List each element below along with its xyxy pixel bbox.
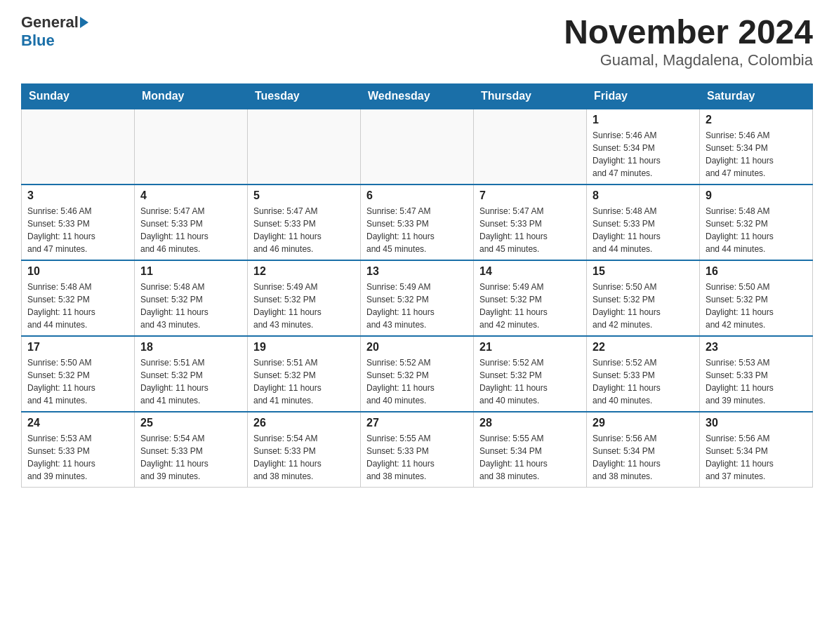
day-number: 30 (706, 417, 807, 429)
calendar-cell: 15Sunrise: 5:50 AM Sunset: 5:32 PM Dayli… (587, 260, 700, 336)
calendar-table: SundayMondayTuesdayWednesdayThursdayFrid… (21, 83, 813, 488)
calendar-cell: 30Sunrise: 5:56 AM Sunset: 5:34 PM Dayli… (700, 412, 813, 488)
calendar-cell: 7Sunrise: 5:47 AM Sunset: 5:33 PM Daylig… (474, 185, 587, 260)
calendar-cell: 1Sunrise: 5:46 AM Sunset: 5:34 PM Daylig… (587, 109, 700, 185)
day-number: 16 (706, 265, 807, 278)
calendar-header-thursday: Thursday (474, 83, 587, 109)
sun-info: Sunrise: 5:51 AM Sunset: 5:32 PM Dayligh… (140, 356, 241, 407)
calendar-cell: 23Sunrise: 5:53 AM Sunset: 5:33 PM Dayli… (700, 336, 813, 412)
calendar-week-row: 1Sunrise: 5:46 AM Sunset: 5:34 PM Daylig… (22, 109, 813, 185)
sun-info: Sunrise: 5:48 AM Sunset: 5:32 PM Dayligh… (27, 281, 128, 331)
title-block: November 2024 Guamal, Magdalena, Colombi… (564, 14, 813, 69)
sun-info: Sunrise: 5:49 AM Sunset: 5:32 PM Dayligh… (253, 281, 355, 331)
day-number: 4 (140, 189, 241, 202)
day-number: 5 (253, 189, 355, 202)
calendar-cell: 8Sunrise: 5:48 AM Sunset: 5:33 PM Daylig… (587, 185, 700, 260)
day-number: 1 (593, 114, 694, 126)
calendar-cell: 24Sunrise: 5:53 AM Sunset: 5:33 PM Dayli… (22, 412, 135, 488)
day-number: 17 (27, 341, 128, 354)
calendar-cell: 16Sunrise: 5:50 AM Sunset: 5:32 PM Dayli… (700, 260, 813, 336)
calendar-cell (248, 109, 361, 185)
calendar-cell: 9Sunrise: 5:48 AM Sunset: 5:32 PM Daylig… (700, 185, 813, 260)
sun-info: Sunrise: 5:55 AM Sunset: 5:33 PM Dayligh… (366, 432, 468, 483)
sun-info: Sunrise: 5:49 AM Sunset: 5:32 PM Dayligh… (479, 281, 581, 331)
sun-info: Sunrise: 5:54 AM Sunset: 5:33 PM Dayligh… (253, 432, 355, 483)
sun-info: Sunrise: 5:56 AM Sunset: 5:34 PM Dayligh… (593, 432, 694, 483)
day-number: 29 (593, 417, 694, 429)
calendar-header-tuesday: Tuesday (248, 83, 361, 109)
day-number: 15 (593, 265, 694, 278)
calendar-header-monday: Monday (135, 83, 248, 109)
calendar-cell (474, 109, 587, 185)
sun-info: Sunrise: 5:55 AM Sunset: 5:34 PM Dayligh… (479, 432, 581, 483)
sun-info: Sunrise: 5:47 AM Sunset: 5:33 PM Dayligh… (479, 205, 581, 255)
calendar-cell: 17Sunrise: 5:50 AM Sunset: 5:32 PM Dayli… (22, 336, 135, 412)
calendar-title: November 2024 (564, 14, 813, 51)
sun-info: Sunrise: 5:48 AM Sunset: 5:33 PM Dayligh… (593, 205, 694, 255)
calendar-cell: 5Sunrise: 5:47 AM Sunset: 5:33 PM Daylig… (248, 185, 361, 260)
day-number: 12 (253, 265, 355, 278)
calendar-cell: 28Sunrise: 5:55 AM Sunset: 5:34 PM Dayli… (474, 412, 587, 488)
calendar-cell: 20Sunrise: 5:52 AM Sunset: 5:32 PM Dayli… (361, 336, 474, 412)
day-number: 10 (27, 265, 128, 278)
calendar-cell: 14Sunrise: 5:49 AM Sunset: 5:32 PM Dayli… (474, 260, 587, 336)
logo-arrow-icon (80, 17, 88, 28)
day-number: 8 (593, 189, 694, 202)
sun-info: Sunrise: 5:52 AM Sunset: 5:32 PM Dayligh… (479, 356, 581, 407)
calendar-subtitle: Guamal, Magdalena, Colombia (564, 51, 813, 69)
sun-info: Sunrise: 5:53 AM Sunset: 5:33 PM Dayligh… (27, 432, 128, 483)
day-number: 24 (27, 417, 128, 429)
day-number: 23 (706, 341, 807, 354)
sun-info: Sunrise: 5:52 AM Sunset: 5:33 PM Dayligh… (593, 356, 694, 407)
day-number: 11 (140, 265, 241, 278)
calendar-cell (135, 109, 248, 185)
sun-info: Sunrise: 5:50 AM Sunset: 5:32 PM Dayligh… (27, 356, 128, 407)
day-number: 28 (479, 417, 581, 429)
calendar-header-friday: Friday (587, 83, 700, 109)
day-number: 22 (593, 341, 694, 354)
calendar-cell: 25Sunrise: 5:54 AM Sunset: 5:33 PM Dayli… (135, 412, 248, 488)
calendar-week-row: 3Sunrise: 5:46 AM Sunset: 5:33 PM Daylig… (22, 185, 813, 260)
sun-info: Sunrise: 5:47 AM Sunset: 5:33 PM Dayligh… (253, 205, 355, 255)
calendar-cell: 4Sunrise: 5:47 AM Sunset: 5:33 PM Daylig… (135, 185, 248, 260)
calendar-cell: 11Sunrise: 5:48 AM Sunset: 5:32 PM Dayli… (135, 260, 248, 336)
calendar-header-row: SundayMondayTuesdayWednesdayThursdayFrid… (22, 83, 813, 109)
sun-info: Sunrise: 5:46 AM Sunset: 5:34 PM Dayligh… (706, 129, 807, 180)
sun-info: Sunrise: 5:50 AM Sunset: 5:32 PM Dayligh… (706, 281, 807, 331)
sun-info: Sunrise: 5:53 AM Sunset: 5:33 PM Dayligh… (706, 356, 807, 407)
day-number: 26 (253, 417, 355, 429)
logo-general: General (21, 14, 79, 31)
calendar-cell: 21Sunrise: 5:52 AM Sunset: 5:32 PM Dayli… (474, 336, 587, 412)
logo-blue: Blue (21, 32, 55, 49)
sun-info: Sunrise: 5:54 AM Sunset: 5:33 PM Dayligh… (140, 432, 241, 483)
calendar-cell (22, 109, 135, 185)
day-number: 25 (140, 417, 241, 429)
calendar-cell: 12Sunrise: 5:49 AM Sunset: 5:32 PM Dayli… (248, 260, 361, 336)
day-number: 9 (706, 189, 807, 202)
calendar-cell: 22Sunrise: 5:52 AM Sunset: 5:33 PM Dayli… (587, 336, 700, 412)
day-number: 3 (27, 189, 128, 202)
day-number: 18 (140, 341, 241, 354)
sun-info: Sunrise: 5:50 AM Sunset: 5:32 PM Dayligh… (593, 281, 694, 331)
day-number: 27 (366, 417, 468, 429)
sun-info: Sunrise: 5:51 AM Sunset: 5:32 PM Dayligh… (253, 356, 355, 407)
day-number: 13 (366, 265, 468, 278)
calendar-cell: 19Sunrise: 5:51 AM Sunset: 5:32 PM Dayli… (248, 336, 361, 412)
calendar-week-row: 17Sunrise: 5:50 AM Sunset: 5:32 PM Dayli… (22, 336, 813, 412)
day-number: 14 (479, 265, 581, 278)
calendar-header-sunday: Sunday (22, 83, 135, 109)
calendar-cell: 18Sunrise: 5:51 AM Sunset: 5:32 PM Dayli… (135, 336, 248, 412)
calendar-header-saturday: Saturday (700, 83, 813, 109)
sun-info: Sunrise: 5:56 AM Sunset: 5:34 PM Dayligh… (706, 432, 807, 483)
calendar-cell: 13Sunrise: 5:49 AM Sunset: 5:32 PM Dayli… (361, 260, 474, 336)
calendar-cell: 3Sunrise: 5:46 AM Sunset: 5:33 PM Daylig… (22, 185, 135, 260)
calendar-cell: 6Sunrise: 5:47 AM Sunset: 5:33 PM Daylig… (361, 185, 474, 260)
calendar-cell: 27Sunrise: 5:55 AM Sunset: 5:33 PM Dayli… (361, 412, 474, 488)
calendar-week-row: 24Sunrise: 5:53 AM Sunset: 5:33 PM Dayli… (22, 412, 813, 488)
day-number: 7 (479, 189, 581, 202)
sun-info: Sunrise: 5:46 AM Sunset: 5:33 PM Dayligh… (27, 205, 128, 255)
sun-info: Sunrise: 5:48 AM Sunset: 5:32 PM Dayligh… (140, 281, 241, 331)
sun-info: Sunrise: 5:49 AM Sunset: 5:32 PM Dayligh… (366, 281, 468, 331)
calendar-cell: 10Sunrise: 5:48 AM Sunset: 5:32 PM Dayli… (22, 260, 135, 336)
day-number: 2 (706, 114, 807, 126)
